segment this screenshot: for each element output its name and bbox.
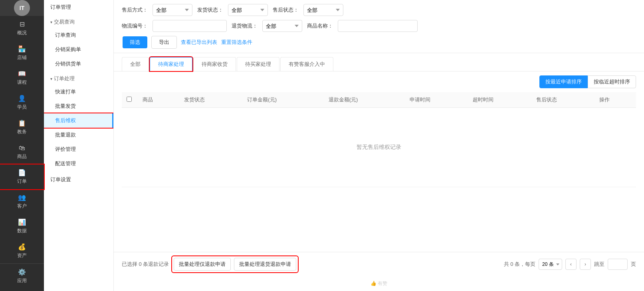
teaching-icon: 📋 xyxy=(18,119,26,127)
prev-page-btn[interactable]: ‹ xyxy=(565,259,577,270)
sub-sidebar: 订单管理 ▾ 交易查询 订单查询 分销采购单 分销供货单 ▾ 订单处理 快速打 xyxy=(44,0,114,291)
tab-pending-merchant-recv[interactable]: 待商家收货 xyxy=(193,57,236,71)
sub-sidebar-order-query[interactable]: 订单查询 xyxy=(44,28,113,42)
customer-icon: 👥 xyxy=(18,194,26,201)
logistics-no-input[interactable] xyxy=(153,20,227,32)
sidebar-item-asset-label: 资产 xyxy=(17,252,27,259)
sidebar-item-student[interactable]: 👤 学员 xyxy=(0,90,44,115)
sidebar-item-application[interactable]: ⚙️ 应用 xyxy=(0,264,44,289)
sidebar-item-asset[interactable]: 💰 资产 xyxy=(0,239,44,263)
asset-icon: 💰 xyxy=(18,243,26,251)
select-all-checkbox[interactable] xyxy=(127,97,132,102)
sub-sidebar-distribution-supply[interactable]: 分销供货单 xyxy=(44,57,113,71)
ship-status-select[interactable]: 全部 已发货 未发货 xyxy=(228,4,268,16)
ship-status-label: 发货状态： xyxy=(197,6,223,14)
footer-area: 已选择 0 条退款记录 批量处理仅退款申请 批量处理退货退款申请 共 0 条，每… xyxy=(114,252,644,276)
sub-sidebar-distribution-purchase[interactable]: 分销采购单 xyxy=(44,42,113,57)
sub-sidebar-delivery-mgmt[interactable]: 配送管理 xyxy=(44,156,113,171)
overview-icon: ⊟ xyxy=(20,20,25,28)
sub-sidebar-quick-order[interactable]: 快速打单 xyxy=(44,85,113,99)
reset-link[interactable]: 重置筛选条件 xyxy=(221,39,252,46)
shop-icon: 🏪 xyxy=(18,45,26,53)
product-name-label: 商品名称： xyxy=(307,22,333,30)
sort-by-timeout-btn[interactable]: 按临近超时排序 xyxy=(588,75,636,88)
sidebar-item-teaching-label: 教务 xyxy=(17,129,27,135)
data-icon: 📊 xyxy=(18,218,26,226)
sub-sidebar-after-sale[interactable]: 售后维权 xyxy=(44,113,113,128)
tab-all[interactable]: 全部 xyxy=(122,57,149,71)
sub-sidebar-order-settings[interactable]: 订单设置 xyxy=(44,172,113,187)
sidebar: IT ⊟ 概况 🏪 店铺 📖 课程 👤 学员 📋 教务 🛍 商品 📄 xyxy=(0,0,44,291)
sub-sidebar-order-process-group[interactable]: ▾ 订单处理 xyxy=(44,71,113,85)
after-sale-status-select[interactable]: 全部 待处理 已完成 xyxy=(303,4,343,16)
filter-row-2: 物流编号： 退货物流： 全部 商品名称： xyxy=(122,20,636,32)
sidebar-item-overview-label: 概况 xyxy=(17,30,27,36)
filter-btn[interactable]: 筛选 xyxy=(123,36,147,48)
trade-arrow-icon: ▾ xyxy=(50,20,52,24)
sub-sidebar-batch-ship[interactable]: 批量发货 xyxy=(44,99,113,113)
tab-pending-buyer[interactable]: 待买家处理 xyxy=(237,57,279,71)
sidebar-item-application-label: 应用 xyxy=(17,277,27,284)
col-checkbox xyxy=(122,92,138,108)
logo-icon: IT xyxy=(14,0,30,16)
footer-right: 共 0 条，每页 10 条 20 条 50 条 ‹ › 跳至 页 xyxy=(504,259,636,270)
sidebar-item-order-label: 订单 xyxy=(17,178,27,185)
sidebar-item-product[interactable]: 🛍 商品 xyxy=(0,140,44,164)
jump-to-label: 跳至 xyxy=(594,261,604,268)
sidebar-item-shop-label: 店铺 xyxy=(17,54,27,61)
sidebar-item-customer[interactable]: 👥 客户 xyxy=(0,189,44,214)
table-header-row: 商品 发货状态 订单金额(元) 退款金额(元) 申请时间 超时时间 售后状态 操… xyxy=(122,92,636,108)
sidebar-item-teaching[interactable]: 📋 教务 xyxy=(0,115,44,140)
empty-state-text: 暂无售后维权记录 xyxy=(127,112,631,183)
application-icon: ⚙️ xyxy=(18,268,26,276)
sidebar-logo: IT xyxy=(0,0,44,16)
sub-sidebar-trade-section: ▾ 交易查询 订单查询 分销采购单 分销供货单 xyxy=(44,14,113,71)
col-ship-status: 发货状态 xyxy=(179,92,242,108)
tabs-area: 全部 待商家处理 待商家收货 待买家处理 有赞客服介入中 xyxy=(114,53,644,71)
sort-row: 按最近申请排序 按临近超时排序 xyxy=(114,71,644,92)
sub-sidebar-batch-refund[interactable]: 批量退款 xyxy=(44,128,113,142)
export-btn[interactable]: 导出 xyxy=(151,36,177,49)
watermark: 👍 有赞 xyxy=(114,276,644,291)
sidebar-nav: ⊟ 概况 🏪 店铺 📖 课程 👤 学员 📋 教务 🛍 商品 📄 订单 👥 xyxy=(0,16,44,263)
sub-sidebar-trade-group[interactable]: ▾ 交易查询 xyxy=(44,14,113,28)
after-sale-method-label: 售后方式： xyxy=(122,6,148,14)
sidebar-item-overview[interactable]: ⊟ 概况 xyxy=(0,16,44,41)
student-icon: 👤 xyxy=(18,95,26,102)
content-area: 售后方式： 全部 仅退款 退货退款 发货状态： 全部 已发货 未发货 售后状态：… xyxy=(114,0,644,291)
tab-customer-service[interactable]: 有赞客服介入中 xyxy=(280,57,333,71)
after-sale-method-select[interactable]: 全部 仅退款 退货退款 xyxy=(153,4,192,16)
sidebar-item-shop[interactable]: 🏪 店铺 xyxy=(0,41,44,65)
table-area: 商品 发货状态 订单金额(元) 退款金额(元) 申请时间 超时时间 售后状态 操… xyxy=(114,92,644,252)
page-size-select[interactable]: 10 条 20 条 50 条 xyxy=(539,259,562,270)
sub-sidebar-review-mgmt[interactable]: 评价管理 xyxy=(44,142,113,156)
next-page-btn[interactable]: › xyxy=(580,259,591,270)
view-export-link[interactable]: 查看已导出列表 xyxy=(181,39,217,46)
return-logistics-label: 退货物流： xyxy=(232,22,258,30)
sidebar-bottom: ⚙️ 应用 ⚙ 设置 xyxy=(0,263,44,291)
sidebar-item-data[interactable]: 📊 数据 xyxy=(0,214,44,239)
batch-refund-only-btn[interactable]: 批量处理仅退款申请 xyxy=(174,258,231,271)
sort-by-recent-btn[interactable]: 按最近申请排序 xyxy=(539,75,588,88)
sub-sidebar-top-label: 订单管理 xyxy=(50,4,71,10)
sidebar-item-data-label: 数据 xyxy=(17,228,27,234)
tab-pending-merchant[interactable]: 待商家处理 xyxy=(150,57,192,71)
sidebar-item-settings[interactable]: ⚙ 设置 xyxy=(0,289,44,291)
col-after-sale-status: 售后状态 xyxy=(531,92,594,108)
order-process-arrow-icon: ▾ xyxy=(50,77,52,81)
data-table: 商品 发货状态 订单金额(元) 退款金额(元) 申请时间 超时时间 售后状态 操… xyxy=(122,92,636,187)
sidebar-item-course-label: 课程 xyxy=(17,79,27,86)
col-product: 商品 xyxy=(138,92,179,108)
batch-refund-return-btn[interactable]: 批量处理退货退款申请 xyxy=(234,258,296,271)
filter-area: 售后方式： 全部 仅退款 退货退款 发货状态： 全部 已发货 未发货 售后状态：… xyxy=(114,0,644,53)
watermark-text: 👍 有赞 xyxy=(371,281,387,286)
page-jump-input[interactable] xyxy=(608,259,628,270)
sub-sidebar-top-order[interactable]: 订单管理 xyxy=(44,0,113,14)
return-logistics-select[interactable]: 全部 xyxy=(262,20,302,32)
sub-sidebar-trade-label: 交易查询 xyxy=(54,18,75,26)
sidebar-item-course[interactable]: 📖 课程 xyxy=(0,65,44,90)
after-sale-status-label: 售后状态： xyxy=(273,6,299,14)
product-name-input[interactable] xyxy=(338,20,418,32)
col-refund-amount: 退款金额(元) xyxy=(324,92,405,108)
sidebar-item-order[interactable]: 📄 订单 xyxy=(0,164,44,189)
